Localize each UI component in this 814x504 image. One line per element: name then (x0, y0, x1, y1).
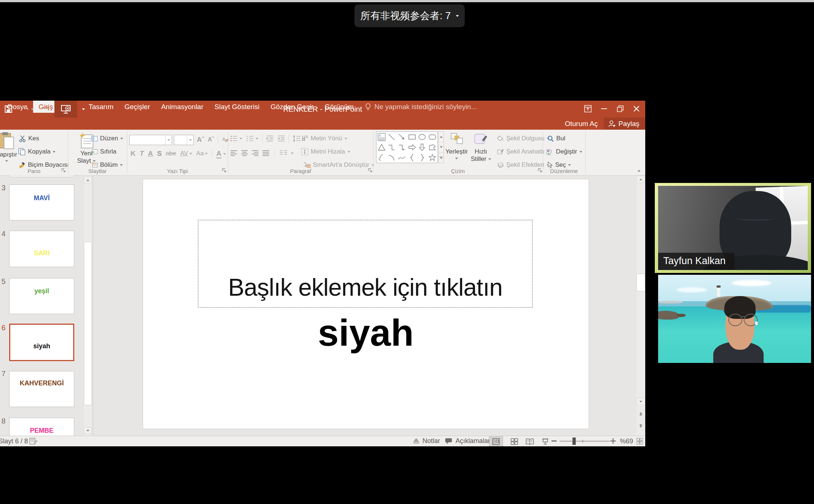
thumbnail-scrollbar[interactable] (84, 176, 92, 436)
previous-slide-button[interactable] (636, 409, 645, 418)
shape-left-brace-icon[interactable] (408, 154, 416, 162)
close-button[interactable] (628, 101, 645, 116)
shape-outline-button[interactable]: Şekil Anahattı (497, 148, 550, 156)
layout-button[interactable]: Düzen (91, 134, 123, 143)
font-name-combobox[interactable] (129, 135, 172, 145)
shape-elbow-connector-icon[interactable] (388, 143, 396, 151)
shape-down-arrow-icon[interactable] (418, 143, 426, 151)
shapes-gallery-scrollbar[interactable] (438, 132, 444, 163)
qat-customize-button[interactable] (77, 101, 90, 118)
shapes-more-button[interactable] (439, 153, 443, 163)
shape-curve-icon[interactable] (398, 154, 406, 162)
zoom-in-button[interactable] (610, 438, 616, 446)
italic-button[interactable]: T (140, 150, 144, 158)
title-placeholder[interactable]: Başlık eklemek için tıklatın (198, 220, 533, 308)
find-button[interactable]: Bul (547, 134, 565, 143)
font-color-button[interactable]: A (216, 150, 226, 158)
participant-video-active-speaker[interactable]: Tayfun Kalkan (655, 183, 811, 273)
character-spacing-button[interactable]: AV (180, 150, 192, 157)
thumbnail-slide4[interactable]: SARI (9, 231, 74, 267)
shape-arc-icon[interactable] (388, 154, 396, 162)
strikethrough-button[interactable]: abe (166, 150, 176, 157)
thumbnail-slide7[interactable]: KAHVERENGİ (9, 371, 74, 407)
paragraph-dialog-launcher[interactable] (368, 168, 372, 173)
fit-to-window-button[interactable] (636, 438, 643, 447)
slide-scrollbar-thumb[interactable] (636, 274, 645, 291)
save-button[interactable] (0, 101, 17, 118)
line-spacing-button[interactable] (293, 135, 301, 142)
shape-textbox-icon[interactable]: A (378, 133, 386, 141)
slide-sorter-view-button[interactable] (507, 436, 521, 446)
increase-indent-button[interactable] (278, 135, 285, 142)
normal-view-button[interactable] (489, 436, 503, 446)
collapse-ribbon-button[interactable] (635, 168, 643, 173)
text-direction-button[interactable]: A Metin Yönü (301, 134, 347, 143)
shape-fill-button[interactable]: Şekil Dolgusu (497, 134, 550, 143)
notes-page-icon[interactable] (29, 438, 38, 447)
shape-ellipse-icon[interactable] (418, 133, 426, 141)
minimize-button[interactable] (596, 101, 612, 116)
participants-dropdown-button[interactable]: 所有非视频参会者: 7 (354, 4, 465, 27)
ribbon-display-options-button[interactable] (580, 101, 596, 116)
slideshow-view-button[interactable] (538, 436, 552, 446)
reading-view-button[interactable] (523, 436, 537, 446)
sign-in-button[interactable]: Oturum Aç (559, 118, 604, 130)
align-left-button[interactable] (230, 150, 238, 156)
thumbnail-slide6-selected[interactable]: siyah (9, 324, 74, 361)
decrease-indent-button[interactable] (266, 135, 274, 142)
thumbnail-slide3[interactable]: MAVİ (9, 184, 74, 220)
restore-button[interactable] (612, 101, 628, 116)
columns-button[interactable] (279, 150, 288, 156)
shape-arrow-icon[interactable] (398, 133, 406, 141)
thumbnail-scroll-up-button[interactable] (84, 177, 92, 183)
paste-button[interactable]: Yapıştır (0, 132, 18, 162)
share-button[interactable]: Paylaş (604, 118, 645, 130)
thumbnail-slide2-partial[interactable] (9, 176, 74, 177)
drawing-dialog-launcher[interactable] (538, 168, 542, 173)
notes-toggle-button[interactable]: Notlar (413, 437, 440, 445)
shape-freeform-icon[interactable] (428, 143, 436, 151)
redo-button[interactable] (38, 101, 54, 118)
thumbnail-scrollbar-thumb[interactable] (84, 242, 92, 405)
shape-right-brace-icon[interactable] (418, 154, 426, 162)
change-case-button[interactable]: Aa (196, 150, 208, 157)
numbering-button[interactable] (246, 135, 254, 142)
participant-video[interactable] (658, 275, 811, 363)
cut-button[interactable]: Kes (19, 134, 39, 143)
shape-elbow-arrow-icon[interactable] (398, 143, 406, 151)
font-dialog-launcher[interactable] (222, 168, 226, 173)
copy-button[interactable]: Kopyala (18, 148, 56, 156)
font-name-dropdown[interactable] (165, 135, 172, 145)
shape-triangle-icon[interactable] (378, 143, 386, 151)
shrink-font-button[interactable]: Aˇ (208, 136, 214, 143)
shape-star-icon[interactable] (428, 154, 436, 162)
shapes-scroll-up-button[interactable] (439, 132, 443, 142)
justify-button[interactable] (262, 150, 269, 156)
bullets-button[interactable] (230, 135, 238, 142)
slide-indicator[interactable]: Slayt 6 / 8 (0, 438, 28, 445)
shapes-gallery[interactable]: A (376, 132, 438, 163)
slide-canvas[interactable]: Başlık eklemek için tıklatın siyah (143, 179, 589, 429)
arrange-button[interactable]: Yerleştir (445, 133, 468, 159)
thumbnail-scroll-down-button[interactable] (84, 427, 92, 434)
reset-button[interactable]: Sıfırla (91, 148, 116, 156)
shape-scribble-icon[interactable] (378, 154, 386, 162)
comments-toggle-button[interactable]: Açıklamalar (445, 437, 490, 445)
align-text-button[interactable]: Metni Hizala (301, 148, 350, 156)
clipboard-dialog-launcher[interactable] (61, 168, 66, 173)
thumbnail-slide8[interactable]: PEMBE (9, 418, 74, 436)
font-size-combobox[interactable] (174, 135, 194, 145)
shape-rounded-rect-icon[interactable] (428, 133, 436, 141)
replace-button[interactable]: ab ac Değiştir (546, 148, 582, 156)
slide-scroll-up-button[interactable] (636, 176, 645, 183)
zoom-out-button[interactable] (551, 440, 557, 442)
bold-button[interactable]: K (131, 150, 136, 158)
quick-styles-button[interactable]: Hızlı Stiller (469, 133, 493, 163)
undo-button[interactable] (17, 101, 38, 118)
next-slide-button[interactable] (636, 421, 645, 431)
shape-rectangle-icon[interactable] (408, 133, 416, 141)
shapes-scroll-down-button[interactable] (439, 142, 443, 152)
slide-scrollbar[interactable] (636, 176, 645, 436)
start-slideshow-button[interactable] (54, 101, 77, 118)
grow-font-button[interactable]: Aˆ (197, 136, 204, 144)
